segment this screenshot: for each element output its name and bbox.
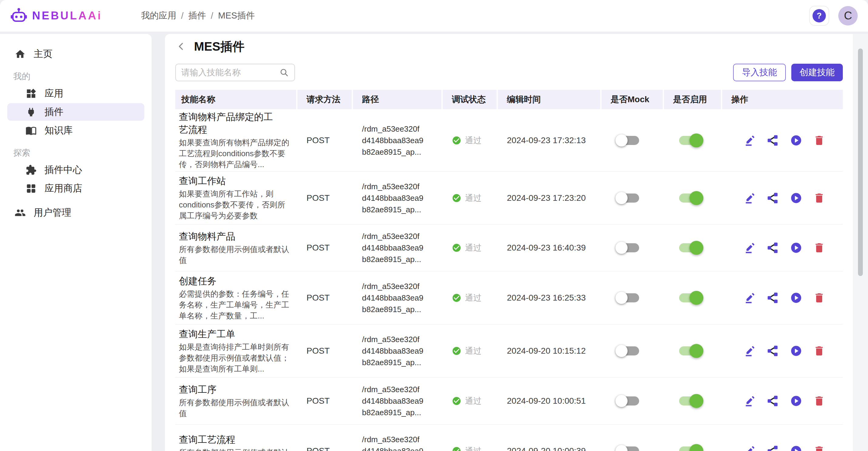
play-icon[interactable]: [790, 134, 802, 147]
table-row: 创建任务 必需提供的参数：任务编号，任务名称，生产工单编号，生产工单名称，生产数…: [175, 271, 843, 325]
edit-time: 2024-09-20 10:00:39: [498, 446, 601, 451]
skill-description: 如果要查询所有物料产品绑定的工艺流程则conditions参数不要传，否则物料产…: [179, 137, 290, 170]
skill-description: 所有参数都使用示例值或者默认值: [179, 244, 290, 266]
mock-toggle[interactable]: [617, 347, 639, 356]
share-icon[interactable]: [767, 345, 779, 357]
api-path: /rdm_a53ee320fd4148bbaa83ea9b82ae8915_ap…: [353, 334, 432, 368]
enable-toggle[interactable]: [679, 136, 702, 145]
import-skill-button[interactable]: 导入技能: [733, 64, 786, 81]
mock-toggle[interactable]: [617, 447, 639, 451]
delete-icon[interactable]: [813, 345, 825, 357]
avatar[interactable]: C: [838, 6, 858, 26]
col-actions: 操作: [722, 90, 843, 109]
play-icon[interactable]: [790, 242, 802, 254]
edit-icon[interactable]: [744, 134, 756, 147]
plug-icon: [26, 107, 37, 118]
enable-toggle[interactable]: [679, 396, 702, 405]
skill-description: 如果要查询所有工作站，则conditions参数不要传，否则所属工序编号为必要参…: [179, 188, 290, 221]
mock-toggle[interactable]: [617, 293, 639, 302]
edit-icon[interactable]: [744, 345, 756, 357]
skill-name[interactable]: 查询工艺流程: [179, 433, 281, 446]
mock-toggle[interactable]: [617, 193, 639, 203]
play-icon[interactable]: [790, 192, 802, 204]
skill-name[interactable]: 查询工序: [179, 383, 281, 396]
mock-toggle[interactable]: [617, 396, 639, 405]
delete-icon[interactable]: [813, 242, 825, 254]
row-actions: [722, 292, 843, 304]
play-icon[interactable]: [790, 345, 802, 357]
edit-icon[interactable]: [744, 292, 756, 304]
help-button[interactable]: ?: [809, 6, 829, 26]
delete-icon[interactable]: [813, 134, 825, 147]
toolbar-buttons: 导入技能 创建技能: [733, 64, 843, 81]
sidebar-item-apps[interactable]: 应用: [7, 85, 144, 102]
enable-toggle[interactable]: [679, 293, 702, 302]
share-icon[interactable]: [767, 134, 779, 147]
share-icon[interactable]: [767, 292, 779, 304]
edit-icon[interactable]: [744, 192, 756, 204]
sidebar-item-label: 用户管理: [34, 206, 71, 219]
check-circle-icon: [452, 396, 461, 406]
check-circle-icon: [452, 243, 461, 253]
sidebar-item-plugins[interactable]: 插件: [7, 103, 144, 121]
status-label: 通过: [465, 192, 482, 204]
search-icon[interactable]: [279, 68, 289, 77]
play-icon[interactable]: [790, 292, 802, 304]
table-header: 技能名称 请求方法 路径 调试状态 编辑时间 是否Mock 是否启用 操作: [175, 90, 843, 109]
skill-name[interactable]: 查询物料产品: [179, 230, 281, 243]
edit-icon[interactable]: [744, 445, 756, 451]
play-icon[interactable]: [790, 445, 802, 451]
enable-toggle[interactable]: [679, 447, 702, 451]
puzzle-icon: [26, 164, 37, 176]
edit-icon[interactable]: [744, 242, 756, 254]
enable-toggle[interactable]: [679, 243, 702, 252]
skill-description: 所有参数都使用示例值或者默认值: [179, 447, 290, 451]
status-label: 通过: [465, 135, 482, 146]
breadcrumb-item-plugins[interactable]: 插件: [188, 10, 206, 22]
breadcrumb-item-my-apps[interactable]: 我的应用: [141, 10, 176, 22]
debug-status: 通过: [443, 345, 498, 356]
sidebar-item-user-management[interactable]: 用户管理: [7, 204, 144, 221]
page-title: MES插件: [194, 38, 245, 55]
api-path: /rdm_a53ee320fd4148bbaa83ea9b82ae8915_ap…: [353, 384, 432, 418]
chevron-left-icon: [176, 41, 186, 52]
col-path: 路径: [353, 90, 443, 109]
col-edit-time: 编辑时间: [498, 90, 601, 109]
sidebar-item-home[interactable]: 主页: [7, 45, 144, 63]
skill-name[interactable]: 创建任务: [179, 275, 281, 288]
skill-name[interactable]: 查询物料产品绑定的工艺流程: [179, 111, 281, 136]
enable-toggle[interactable]: [679, 347, 702, 356]
mock-toggle[interactable]: [617, 136, 639, 145]
search-input[interactable]: [181, 68, 279, 77]
share-icon[interactable]: [767, 395, 779, 407]
sidebar-item-label: 应用: [44, 87, 63, 100]
share-icon[interactable]: [767, 445, 779, 451]
sidebar-item-plugin-center[interactable]: 插件中心: [7, 161, 144, 179]
status-label: 通过: [465, 395, 482, 407]
sidebar-item-app-store[interactable]: 应用商店: [7, 180, 144, 197]
edit-icon[interactable]: [744, 395, 756, 407]
back-button[interactable]: [175, 40, 187, 53]
edit-time: 2024-09-23 16:25:33: [498, 293, 601, 303]
brand-logo[interactable]: NEBULAAi: [10, 7, 102, 24]
scrollbar-thumb[interactable]: [858, 49, 863, 276]
skill-name[interactable]: 查询工作站: [179, 175, 281, 187]
delete-icon[interactable]: [813, 192, 825, 204]
table-row: 查询物料产品 所有参数都使用示例值或者默认值 POST /rdm_a53ee32…: [175, 224, 843, 271]
mock-toggle[interactable]: [617, 243, 639, 252]
request-method: POST: [298, 293, 353, 303]
scrollbar-track[interactable]: [853, 34, 868, 451]
sidebar-item-knowledge-base[interactable]: 知识库: [7, 122, 144, 139]
enable-toggle[interactable]: [679, 193, 702, 203]
debug-status: 通过: [443, 395, 498, 407]
share-icon[interactable]: [767, 242, 779, 254]
delete-icon[interactable]: [813, 292, 825, 304]
create-skill-button[interactable]: 创建技能: [791, 64, 843, 81]
play-icon[interactable]: [790, 395, 802, 407]
share-icon[interactable]: [767, 192, 779, 204]
col-method: 请求方法: [298, 90, 353, 109]
skill-name[interactable]: 查询生产工单: [179, 328, 281, 340]
api-path: /rdm_a53ee320fd4148bbaa83ea9b82ae8915_ap…: [353, 123, 432, 158]
delete-icon[interactable]: [813, 445, 825, 451]
delete-icon[interactable]: [813, 395, 825, 407]
